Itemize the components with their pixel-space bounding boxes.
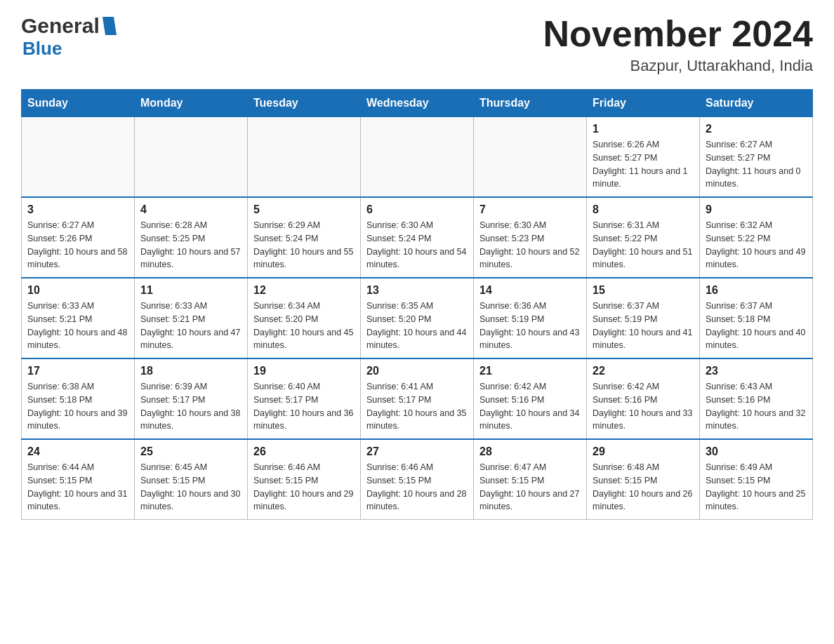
calendar-cell — [361, 117, 474, 198]
calendar-cell: 3Sunrise: 6:27 AM Sunset: 5:26 PM Daylig… — [22, 197, 135, 278]
day-info: Sunrise: 6:40 AM Sunset: 5:17 PM Dayligh… — [253, 380, 355, 433]
calendar-cell: 14Sunrise: 6:36 AM Sunset: 5:19 PM Dayli… — [474, 278, 587, 358]
day-number: 23 — [706, 365, 807, 377]
day-number: 10 — [27, 284, 128, 297]
calendar-cell: 20Sunrise: 6:41 AM Sunset: 5:17 PM Dayli… — [361, 358, 474, 439]
logo-general-text: General — [21, 14, 100, 38]
day-number: 27 — [366, 445, 468, 458]
day-number: 28 — [479, 445, 581, 458]
day-number: 19 — [253, 365, 355, 377]
calendar-header-saturday: Saturday — [700, 90, 813, 117]
calendar-cell: 10Sunrise: 6:33 AM Sunset: 5:21 PM Dayli… — [22, 278, 135, 358]
calendar-week-5: 24Sunrise: 6:44 AM Sunset: 5:15 PM Dayli… — [22, 439, 813, 520]
calendar-table: SundayMondayTuesdayWednesdayThursdayFrid… — [21, 89, 813, 520]
day-number: 2 — [706, 123, 807, 135]
calendar-header-friday: Friday — [587, 90, 700, 117]
calendar-cell: 15Sunrise: 6:37 AM Sunset: 5:19 PM Dayli… — [587, 278, 700, 358]
svg-marker-0 — [102, 17, 117, 35]
calendar-cell: 2Sunrise: 6:27 AM Sunset: 5:27 PM Daylig… — [700, 117, 813, 198]
calendar-header-monday: Monday — [135, 90, 248, 117]
calendar-cell: 8Sunrise: 6:31 AM Sunset: 5:22 PM Daylig… — [587, 197, 700, 278]
day-number: 9 — [706, 203, 807, 216]
page-header: General Blue November 2024 Bazpur, Uttar… — [21, 14, 813, 75]
day-number: 20 — [366, 365, 468, 377]
day-info: Sunrise: 6:42 AM Sunset: 5:16 PM Dayligh… — [479, 380, 581, 433]
calendar-cell: 11Sunrise: 6:33 AM Sunset: 5:21 PM Dayli… — [135, 278, 248, 358]
day-number: 8 — [593, 203, 694, 216]
day-info: Sunrise: 6:41 AM Sunset: 5:17 PM Dayligh… — [366, 380, 468, 433]
day-info: Sunrise: 6:46 AM Sunset: 5:15 PM Dayligh… — [366, 461, 468, 514]
calendar-cell: 27Sunrise: 6:46 AM Sunset: 5:15 PM Dayli… — [361, 439, 474, 520]
calendar-cell — [474, 117, 587, 198]
title-block: November 2024 Bazpur, Uttarakhand, India — [543, 14, 813, 75]
day-number: 13 — [366, 284, 468, 297]
day-number: 14 — [479, 284, 581, 297]
calendar-cell — [22, 117, 135, 198]
calendar-header-sunday: Sunday — [22, 90, 135, 117]
day-info: Sunrise: 6:36 AM Sunset: 5:19 PM Dayligh… — [479, 300, 581, 352]
calendar-cell: 17Sunrise: 6:38 AM Sunset: 5:18 PM Dayli… — [22, 358, 135, 439]
calendar-cell: 25Sunrise: 6:45 AM Sunset: 5:15 PM Dayli… — [135, 439, 248, 520]
day-number: 29 — [593, 445, 694, 458]
day-info: Sunrise: 6:29 AM Sunset: 5:24 PM Dayligh… — [253, 219, 355, 271]
calendar-cell: 22Sunrise: 6:42 AM Sunset: 5:16 PM Dayli… — [587, 358, 700, 439]
day-info: Sunrise: 6:26 AM Sunset: 5:27 PM Dayligh… — [593, 138, 694, 191]
day-number: 18 — [140, 365, 241, 377]
calendar-week-1: 1Sunrise: 6:26 AM Sunset: 5:27 PM Daylig… — [22, 117, 813, 198]
calendar-cell: 7Sunrise: 6:30 AM Sunset: 5:23 PM Daylig… — [474, 197, 587, 278]
day-number: 26 — [253, 445, 355, 458]
day-info: Sunrise: 6:30 AM Sunset: 5:24 PM Dayligh… — [366, 219, 468, 271]
day-info: Sunrise: 6:43 AM Sunset: 5:16 PM Dayligh… — [706, 380, 807, 433]
day-number: 3 — [27, 203, 128, 216]
day-info: Sunrise: 6:42 AM Sunset: 5:16 PM Dayligh… — [593, 380, 694, 433]
day-number: 22 — [593, 365, 694, 377]
day-info: Sunrise: 6:27 AM Sunset: 5:27 PM Dayligh… — [706, 138, 807, 191]
calendar-cell: 12Sunrise: 6:34 AM Sunset: 5:20 PM Dayli… — [248, 278, 361, 358]
calendar-cell: 26Sunrise: 6:46 AM Sunset: 5:15 PM Dayli… — [248, 439, 361, 520]
calendar-cell: 1Sunrise: 6:26 AM Sunset: 5:27 PM Daylig… — [587, 117, 700, 198]
day-info: Sunrise: 6:32 AM Sunset: 5:22 PM Dayligh… — [706, 219, 807, 271]
day-info: Sunrise: 6:45 AM Sunset: 5:15 PM Dayligh… — [140, 461, 241, 514]
calendar-cell: 18Sunrise: 6:39 AM Sunset: 5:17 PM Dayli… — [135, 358, 248, 439]
calendar-cell: 28Sunrise: 6:47 AM Sunset: 5:15 PM Dayli… — [474, 439, 587, 520]
day-info: Sunrise: 6:48 AM Sunset: 5:15 PM Dayligh… — [593, 461, 694, 514]
calendar-cell: 30Sunrise: 6:49 AM Sunset: 5:15 PM Dayli… — [700, 439, 813, 520]
day-number: 21 — [479, 365, 581, 377]
calendar-cell — [135, 117, 248, 198]
logo-arrow-icon — [101, 17, 117, 35]
day-info: Sunrise: 6:27 AM Sunset: 5:26 PM Dayligh… — [27, 219, 128, 271]
calendar-cell: 13Sunrise: 6:35 AM Sunset: 5:20 PM Dayli… — [361, 278, 474, 358]
day-number: 30 — [706, 445, 807, 458]
day-number: 5 — [253, 203, 355, 216]
day-number: 15 — [593, 284, 694, 297]
day-info: Sunrise: 6:35 AM Sunset: 5:20 PM Dayligh… — [366, 300, 468, 352]
day-number: 12 — [253, 284, 355, 297]
calendar-cell: 9Sunrise: 6:32 AM Sunset: 5:22 PM Daylig… — [700, 197, 813, 278]
calendar-header-thursday: Thursday — [474, 90, 587, 117]
day-number: 1 — [593, 123, 694, 135]
day-info: Sunrise: 6:34 AM Sunset: 5:20 PM Dayligh… — [253, 300, 355, 352]
day-number: 17 — [27, 365, 128, 377]
day-info: Sunrise: 6:38 AM Sunset: 5:18 PM Dayligh… — [27, 380, 128, 433]
day-number: 4 — [140, 203, 241, 216]
calendar-header-tuesday: Tuesday — [248, 90, 361, 117]
logo: General Blue — [21, 14, 117, 60]
day-number: 25 — [140, 445, 241, 458]
calendar-week-4: 17Sunrise: 6:38 AM Sunset: 5:18 PM Dayli… — [22, 358, 813, 439]
day-info: Sunrise: 6:47 AM Sunset: 5:15 PM Dayligh… — [479, 461, 581, 514]
calendar-cell: 6Sunrise: 6:30 AM Sunset: 5:24 PM Daylig… — [361, 197, 474, 278]
day-info: Sunrise: 6:37 AM Sunset: 5:18 PM Dayligh… — [706, 300, 807, 352]
calendar-cell: 4Sunrise: 6:28 AM Sunset: 5:25 PM Daylig… — [135, 197, 248, 278]
day-info: Sunrise: 6:28 AM Sunset: 5:25 PM Dayligh… — [140, 219, 241, 271]
day-info: Sunrise: 6:44 AM Sunset: 5:15 PM Dayligh… — [27, 461, 128, 514]
month-title: November 2024 — [543, 14, 813, 54]
calendar-cell: 29Sunrise: 6:48 AM Sunset: 5:15 PM Dayli… — [587, 439, 700, 520]
day-info: Sunrise: 6:39 AM Sunset: 5:17 PM Dayligh… — [140, 380, 241, 433]
day-info: Sunrise: 6:49 AM Sunset: 5:15 PM Dayligh… — [706, 461, 807, 514]
calendar-header-row: SundayMondayTuesdayWednesdayThursdayFrid… — [22, 90, 813, 117]
day-info: Sunrise: 6:33 AM Sunset: 5:21 PM Dayligh… — [27, 300, 128, 352]
day-info: Sunrise: 6:30 AM Sunset: 5:23 PM Dayligh… — [479, 219, 581, 271]
calendar-week-2: 3Sunrise: 6:27 AM Sunset: 5:26 PM Daylig… — [22, 197, 813, 278]
calendar-cell: 16Sunrise: 6:37 AM Sunset: 5:18 PM Dayli… — [700, 278, 813, 358]
day-info: Sunrise: 6:33 AM Sunset: 5:21 PM Dayligh… — [140, 300, 241, 352]
